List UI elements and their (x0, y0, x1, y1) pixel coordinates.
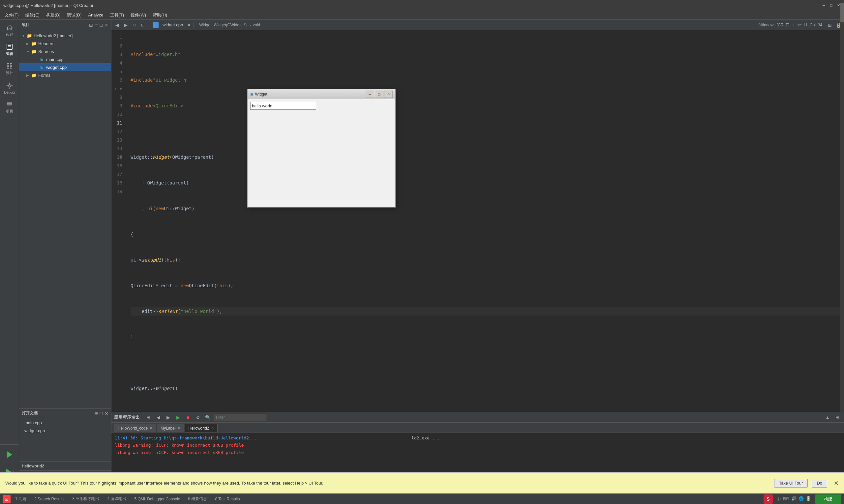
sidebar-item-project[interactable]: 项目 (1, 97, 18, 116)
menu-file[interactable]: 文件(F) (1, 12, 22, 19)
toolbar-close-file[interactable]: ✕ (187, 22, 191, 28)
project-panel: 项目 ⊞ ≡ □ ✕ ▼ 📁 Helloworld2 [master] ▶ (19, 20, 111, 504)
menu-tools[interactable]: 工具(T) (107, 12, 127, 19)
full-layout: 欢迎 编辑 设计 (0, 20, 844, 504)
panel-header-icons: ⊞ ≡ □ ✕ (89, 22, 108, 28)
tree-item-headers[interactable]: ▶ 📁 Headers (19, 39, 111, 48)
output-scrollbar[interactable] (840, 20, 844, 59)
output-run-btn[interactable]: ▶ (174, 413, 182, 421)
tray-icon-3: 🔊 (791, 496, 796, 502)
bottom-tab-compile[interactable]: 4 编译输出 (104, 495, 130, 503)
open-files-expand-icon[interactable]: □ (100, 411, 103, 416)
output-tab-helloworld2[interactable]: Helloworld2 ✕ (185, 424, 218, 432)
tree-label-sources: Sources (38, 49, 54, 54)
tree-arrow: ▼ (22, 34, 27, 38)
open-files-settings-icon[interactable]: ≡ (95, 411, 98, 416)
tour-the: the (256, 481, 262, 486)
open-files-close-icon[interactable]: ✕ (104, 411, 108, 416)
tree-item-widget-cpp[interactable]: ⊞ widget.cpp (19, 63, 111, 71)
panel-filter-icon[interactable]: ⊞ (89, 22, 93, 28)
do-not-button[interactable]: Do (812, 479, 827, 488)
widget-title-icon: ■ (250, 92, 253, 97)
sidebar-item-debug[interactable]: Debug (1, 78, 18, 97)
expand-editor-btn[interactable]: ⊞ (826, 21, 833, 29)
output-scrollbar-thumb[interactable] (840, 20, 844, 22)
menu-edit[interactable]: 编辑(E) (22, 12, 43, 19)
panel-close-icon[interactable]: ✕ (104, 22, 108, 28)
code-line-2: #include "ui_widget.h" (131, 76, 844, 84)
menu-debug[interactable]: 调试(D) (64, 12, 85, 19)
build-button[interactable]: 构建 (815, 494, 841, 504)
line-12: 12 (111, 127, 122, 136)
output-next-btn[interactable]: ▶ (164, 413, 172, 421)
menu-bar: 文件(F) 编辑(E) 构建(B) 调试(D) Analyze 工具(T) 控件… (0, 11, 844, 20)
sources-folder-icon: 📁 (31, 49, 37, 54)
tree-item-sources[interactable]: ▼ 📁 Sources (19, 48, 111, 55)
maximize-button[interactable]: □ (829, 3, 833, 7)
bottom-tab-qml[interactable]: 5 QML Debugger Console (131, 495, 183, 503)
tree-item-main-cpp[interactable]: ⊞ main.cpp (19, 55, 111, 63)
menu-build[interactable]: 构建(B) (43, 12, 64, 19)
project-panel-title: 项目 (22, 22, 30, 28)
issues-icon[interactable]: ⊡ (3, 495, 11, 503)
output-maximize-btn[interactable]: ⊞ (833, 413, 841, 421)
design-icon (6, 62, 13, 70)
tree-item-project[interactable]: ▼ 📁 Helloworld2 [master] (19, 32, 111, 39)
tree-item-forms[interactable]: ▶ 📁 Forms (19, 71, 111, 79)
main-cpp-icon: ⊞ (39, 56, 45, 62)
output-tab-mylabel[interactable]: MyLabel ✕ (157, 424, 184, 432)
output-filter-input[interactable] (214, 414, 266, 421)
output-line-1: 11:41:36: Starting D:\qt-framework\build… (115, 434, 841, 442)
output-settings-btn[interactable]: ⊞ (144, 413, 152, 421)
sidebar-item-edit[interactable]: 编辑 (1, 40, 18, 59)
menu-analyze[interactable]: Analyze (85, 12, 106, 18)
widget-maximize-btn[interactable]: □ (375, 91, 383, 98)
widget-minimize-btn[interactable]: ─ (366, 91, 374, 98)
line-5: 5 (111, 67, 122, 76)
code-line-7: , ui(new Ui::Widget) (131, 204, 844, 213)
svg-rect-5 (10, 64, 12, 66)
tour-close-button[interactable]: ✕ (834, 480, 839, 487)
sidebar-item-design[interactable]: 设计 (1, 59, 18, 78)
tab-close-helloworld2[interactable]: ✕ (211, 426, 214, 430)
code-content[interactable]: #include "widget.h" #include "ui_widget.… (125, 30, 844, 412)
output-build-btn[interactable]: ⚙ (194, 413, 202, 421)
widget-close-btn[interactable]: ✕ (384, 91, 393, 98)
run-button[interactable] (2, 447, 17, 462)
output-tab-helloworld-code[interactable]: HelloWorld_code ✕ (114, 424, 156, 432)
toolbar-btn-3[interactable]: ⊙ (131, 21, 138, 29)
helloworld-title: Helloworld2 (22, 464, 44, 468)
output-prev-btn[interactable]: ◀ (154, 413, 162, 421)
open-file-widget-cpp[interactable]: widget.cpp (19, 427, 111, 434)
forward-button[interactable]: ▶ (122, 21, 129, 29)
toolbar-btn-4[interactable]: ⊡ (139, 21, 147, 29)
output-expand-btn[interactable]: ▲ (824, 413, 831, 421)
panel-settings-icon[interactable]: ≡ (95, 22, 98, 28)
open-file-main-cpp[interactable]: main.cpp (19, 419, 111, 427)
widget-text-input[interactable] (250, 102, 316, 110)
back-button[interactable]: ◀ (114, 21, 121, 29)
tab-close-mylabel[interactable]: ✕ (178, 426, 181, 430)
minimize-button[interactable]: ─ (822, 3, 826, 7)
bottom-tab-search[interactable]: 2 Search Results (31, 495, 68, 503)
menu-help[interactable]: 帮助(H) (149, 12, 170, 19)
output-filter-btn[interactable]: 🔍 (204, 413, 212, 421)
cpp-file-icon: C (153, 23, 158, 28)
code-editor[interactable]: 1 2 3 4 5 6 7 ▼ 8 9 10 11 12 13 14 ▼ 15 … (111, 30, 844, 412)
bottom-tab-key-info[interactable]: 6 概要信息 (185, 495, 210, 503)
code-line-4 (131, 127, 844, 136)
bottom-tab-test[interactable]: 8 Test Results (212, 495, 243, 503)
bottom-tab-issues[interactable]: 1 问题 (12, 495, 30, 503)
sidebar-item-welcome[interactable]: 欢迎 (1, 21, 18, 40)
tab-close-helloworld-code[interactable]: ✕ (150, 426, 153, 430)
menu-controls[interactable]: 控件(W) (127, 12, 149, 19)
tour-this: This (81, 481, 89, 486)
editor-scrollbar[interactable] (840, 30, 844, 412)
bottom-tab-app-output[interactable]: 3 应用程序输出 (69, 495, 103, 503)
widget-title-controls: ─ □ ✕ (366, 91, 393, 98)
output-tabs: HelloWorld_code ✕ MyLabel ✕ Helloworld2 … (111, 422, 844, 433)
take-ui-tour-button[interactable]: Take UI Tour (774, 479, 808, 488)
output-stop-btn[interactable]: ■ (184, 413, 192, 421)
panel-expand-icon[interactable]: □ (100, 22, 103, 28)
svg-marker-18 (6, 451, 12, 458)
